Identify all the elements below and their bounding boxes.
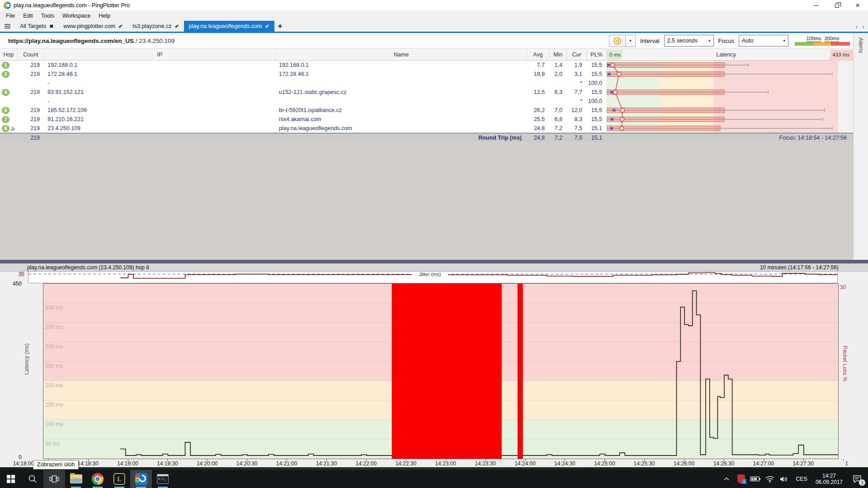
menu-item-tools[interactable]: Tools [37, 11, 58, 20]
chevron-down-icon: ▾ [783, 38, 785, 43]
pause-icon [613, 37, 621, 45]
svg-text:100 ms: 100 ms [45, 421, 63, 427]
column-header-ip[interactable]: IP [44, 49, 276, 60]
focus-label: Focus [718, 38, 734, 44]
tab-scroll-right-icon[interactable]: › [862, 23, 864, 30]
column-header-count[interactable]: Count [18, 49, 44, 60]
pingplotter-taskbar-button[interactable] [130, 470, 152, 488]
column-header-min[interactable]: Min [549, 49, 567, 60]
hop-cell: 4 [0, 88, 18, 97]
taskbar-clock[interactable]: 14:27 06.09.2017 [813, 473, 845, 485]
summary-pl: 15,1 [587, 133, 607, 142]
count-cell [18, 79, 44, 88]
cur-cell: 1,9 [567, 61, 587, 70]
wifi-icon [765, 476, 774, 483]
hop-cell: 7 [0, 115, 18, 124]
ip-cell: 192.168.0.1 [44, 61, 276, 70]
interval-select[interactable]: 2,5 seconds▾ [664, 35, 714, 47]
hamburger-icon[interactable] [5, 24, 10, 28]
ip-cell: 93.91.152.121 [44, 88, 276, 97]
time-tick-label: 14:21:30 [316, 460, 337, 467]
time-tick-label: 14:26:30 [713, 460, 735, 467]
column-header-cur[interactable]: Cur [567, 49, 587, 60]
ip-cell: 23.4.250.109 [44, 124, 276, 133]
column-header-name[interactable]: Name [276, 49, 527, 60]
menu-item-edit[interactable]: Edit [19, 11, 37, 20]
hop-cell: 2 [0, 70, 18, 79]
pane-splitter[interactable] [0, 260, 868, 263]
league-of-legends-button[interactable]: L [108, 470, 130, 488]
task-view-button[interactable] [43, 470, 65, 488]
pl-cell: 15,5 [587, 61, 607, 70]
search-button[interactable] [22, 470, 43, 488]
alerts-side-tab[interactable]: Alerts [853, 33, 868, 260]
menu-item-help[interactable]: Help [94, 11, 114, 20]
jitter-graph[interactable]: Jitter (ms) [28, 271, 838, 283]
latency-timeline-plot[interactable]: 50 ms100 ms150 ms200 ms250 ms300 ms350 m… [43, 283, 839, 459]
graph-target-label: play.na.leagueoflegends.com (23.4.250.10… [27, 264, 149, 271]
hop-number-badge: 4 [2, 89, 9, 96]
time-tick-label: 14:18:00 [13, 460, 34, 467]
name-cell: u152-121.static.grapesc.cz [276, 88, 527, 97]
column-header-avg[interactable]: Avg [527, 49, 549, 60]
pause-button[interactable] [609, 35, 626, 47]
tab-ts3-playzone-cz[interactable]: ts3.playzone.cz✔ [127, 21, 184, 32]
battery-tray-button[interactable] [750, 470, 761, 488]
minimize-button[interactable] [806, 0, 826, 11]
restore-button[interactable] [826, 0, 847, 11]
tabs-container: All Targets✖www.pingplotter.com✔ts3.play… [15, 21, 274, 32]
taskbar-time: 14:27 [816, 473, 843, 479]
chrome-button[interactable] [87, 470, 108, 488]
volume-tray-button[interactable] [778, 470, 790, 488]
ip-cell: 172.28.46.1 [44, 70, 276, 79]
new-tab-button[interactable]: + [274, 22, 286, 31]
interval-label: Interval [640, 38, 660, 44]
tray-expand-button[interactable] [721, 470, 732, 488]
start-button[interactable] [0, 470, 22, 488]
column-header-hop[interactable]: Hop [0, 49, 18, 60]
menu-item-file[interactable]: File [2, 11, 19, 20]
close-icon[interactable]: ✖ [49, 23, 53, 29]
pl-cell: 100,0 [587, 79, 607, 88]
file-explorer-button[interactable] [65, 470, 87, 488]
cur-cell: 8,3 [567, 115, 587, 124]
count-cell: 219 [18, 124, 44, 133]
right-axis-title: Packet Loss % [842, 346, 848, 381]
chevron-down-icon: ▾ [708, 38, 711, 43]
command-prompt-button[interactable] [152, 470, 174, 488]
hop-table: Hop Count IP Name Avg Min Cur PL% 0 ms L… [0, 49, 853, 142]
svg-text:350 ms: 350 ms [45, 324, 63, 330]
column-header-pl[interactable]: PL% [587, 49, 607, 60]
latency-axis-min: 0 ms [607, 50, 628, 60]
column-header-latency[interactable]: 0 ms Latency 433 ms [607, 49, 853, 60]
close-button[interactable]: ✕ [847, 0, 868, 11]
focus-select[interactable]: Auto▾ [739, 35, 788, 47]
tab-scroll-left-icon[interactable]: ‹ [855, 23, 858, 30]
min-cell: 1,4 [549, 61, 567, 70]
language-indicator[interactable]: CES [793, 476, 810, 482]
check-icon[interactable]: ✔ [265, 23, 269, 29]
tab-all-targets[interactable]: All Targets✖ [15, 21, 58, 32]
window-title: play.na.leagueoflegends.com - PingPlotte… [14, 2, 130, 9]
latency-axis-max: 433 ms [824, 50, 853, 60]
latency-scale-legend: 100ms 200ms [795, 36, 850, 46]
pause-dropdown-button[interactable]: ▾ [626, 35, 636, 47]
time-tick-label: 14:25:30 [634, 460, 655, 467]
tab-play-na-leagueoflegends-com[interactable]: play.na.leagueoflegends.com✔ [184, 21, 274, 32]
tab-www-pingplotter-com[interactable]: www.pingplotter.com✔ [58, 21, 127, 32]
graph-shown-icon [11, 127, 14, 131]
check-icon[interactable]: ✔ [175, 23, 179, 29]
taskview-tooltip: Zobrazení úloh [33, 460, 79, 469]
min-cell [549, 97, 567, 106]
hop-number-badge: 6 [2, 107, 9, 114]
menu-item-workspace[interactable]: Workspace [58, 11, 94, 20]
taskbar-date: 06.09.2017 [816, 479, 843, 485]
action-center-button[interactable]: 3 [848, 470, 866, 488]
avg-cell [527, 97, 549, 106]
antivirus-tray-button[interactable] [735, 470, 747, 488]
legend-gradient-bar [795, 42, 850, 46]
wifi-tray-button[interactable] [764, 470, 776, 488]
time-tick-label: 14:28:00 [845, 460, 847, 467]
check-icon[interactable]: ✔ [118, 23, 123, 29]
time-tick-label: 14:22:00 [356, 460, 377, 467]
